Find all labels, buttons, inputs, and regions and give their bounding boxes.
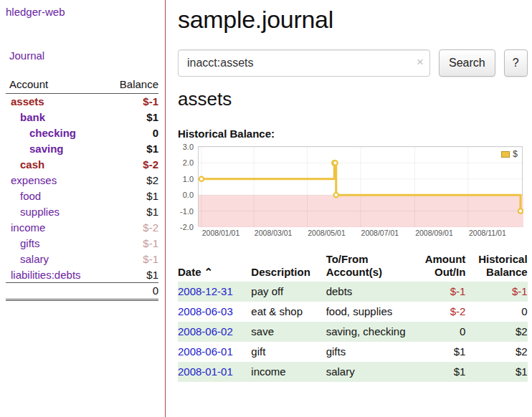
account-rows: assets$-1bank$1checking0saving$1cash$-2e…	[6, 94, 158, 283]
transaction-description-cell: save	[247, 322, 321, 342]
register-row[interactable]: 2008-01-01incomesalary$1$1	[178, 362, 528, 382]
account-column-header: Account	[6, 77, 103, 94]
register-table: Date⌃ Description To/From Account(s) Amo…	[178, 251, 528, 382]
transaction-amount-cell: 0	[415, 322, 470, 342]
transaction-amount-cell: $-1	[415, 282, 470, 302]
transaction-description-cell: pay off	[247, 282, 321, 302]
transaction-date-cell: 2008-06-02	[178, 322, 247, 342]
transaction-balance-cell: $2	[470, 342, 527, 362]
account-row: income$-2	[6, 220, 158, 236]
x-tick-label: 2008/01/01	[199, 229, 243, 237]
register-rows: 2008-12-31pay offdebts$-1$-12008-06-03ea…	[178, 282, 528, 382]
account-link[interactable]: food	[20, 190, 41, 202]
account-balance: $1	[103, 267, 158, 283]
account-balance: $-2	[103, 157, 158, 173]
data-point-marker	[518, 208, 523, 213]
sidebar: hledger-web Journal Account Balance asse…	[0, 0, 166, 417]
transaction-date-cell: 2008-06-03	[178, 302, 247, 322]
balance-column-header-register: Historical Balance	[470, 251, 527, 282]
account-link[interactable]: assets	[11, 95, 44, 107]
transaction-accounts-cell: gifts	[322, 342, 415, 362]
amount-column-header: Amount Out/In	[415, 251, 470, 282]
transaction-amount-cell: $1	[415, 362, 470, 382]
account-row: gifts$-1	[6, 236, 158, 251]
account-balance: $2	[103, 173, 158, 188]
search-form: × Search ?	[178, 49, 528, 77]
transaction-date-link[interactable]: 2008-06-02	[178, 325, 233, 337]
accounts-column-header: To/From Account(s)	[322, 251, 415, 282]
chart-plot-area[interactable]: $	[198, 146, 523, 226]
clear-search-icon[interactable]: ×	[417, 55, 424, 70]
account-heading: assets	[178, 88, 528, 110]
account-link[interactable]: saving	[29, 143, 64, 155]
register-header-row: Date⌃ Description To/From Account(s) Amo…	[178, 251, 528, 282]
account-row: assets$-1	[6, 94, 158, 110]
brand-link[interactable]: hledger-web	[6, 6, 65, 18]
account-link[interactable]: liabilities:debts	[11, 269, 81, 281]
register-row[interactable]: 2008-06-01giftgifts$1$2	[178, 342, 528, 362]
x-tick-label: 2008/05/01	[305, 229, 349, 237]
sort-ascending-icon: ⌃	[204, 266, 214, 278]
accounts-table-header-row: Account Balance	[6, 77, 158, 94]
account-link[interactable]: bank	[20, 111, 45, 123]
y-tick-label: -1.0	[180, 207, 194, 216]
transaction-accounts-cell: debts	[322, 282, 415, 302]
account-link[interactable]: gifts	[20, 237, 40, 249]
account-row: saving$1	[6, 141, 158, 157]
transaction-accounts-cell: salary	[322, 362, 415, 382]
date-column-header[interactable]: Date⌃	[178, 251, 247, 282]
account-link[interactable]: income	[11, 221, 45, 234]
transaction-date-link[interactable]: 2008-12-31	[178, 285, 233, 297]
help-button[interactable]: ?	[504, 49, 528, 77]
register-row[interactable]: 2008-06-03eat & shopfood, supplies$-20	[178, 302, 528, 322]
transaction-date-cell: 2008-12-31	[178, 282, 247, 302]
transaction-accounts-cell: saving, checking	[322, 322, 415, 342]
chart-x-axis-labels: 2008/01/012008/03/012008/05/012008/07/01…	[198, 226, 524, 239]
transaction-balance-cell: $-1	[470, 282, 527, 302]
search-button[interactable]: Search	[439, 49, 495, 77]
accounts-total-row: 0	[6, 283, 158, 300]
transaction-date-link[interactable]: 2008-06-01	[178, 345, 233, 358]
chart-title: Historical Balance:	[178, 128, 528, 140]
account-link[interactable]: salary	[20, 253, 49, 265]
legend-swatch-icon	[501, 151, 510, 158]
chart-svg	[199, 147, 523, 227]
description-column-header: Description	[247, 251, 321, 282]
account-balance: $1	[103, 110, 158, 125]
transaction-balance-cell: $1	[470, 362, 527, 382]
search-box: ×	[178, 49, 430, 77]
account-row: cash$-2	[6, 157, 158, 173]
y-tick-label: 2.0	[183, 158, 194, 168]
x-tick-label: 2008/07/01	[358, 229, 402, 237]
page: hledger-web Journal Account Balance asse…	[0, 0, 532, 417]
transaction-description-cell: gift	[247, 342, 321, 362]
transaction-balance-cell: 0	[470, 302, 527, 322]
x-tick-label: 2008/09/01	[412, 229, 456, 237]
transaction-date-link[interactable]: 2008-01-01	[178, 365, 233, 378]
account-balance: $-1	[103, 94, 158, 110]
transaction-date-link[interactable]: 2008-06-03	[178, 305, 233, 317]
main-content: sample.journal × Search ? assets Histori…	[166, 0, 532, 417]
account-row: supplies$1	[6, 204, 158, 220]
account-link[interactable]: cash	[20, 158, 44, 171]
y-tick-label: 1.0	[183, 175, 194, 184]
account-row: checking0	[6, 125, 158, 141]
x-tick-label: 2008/03/01	[251, 229, 295, 237]
accounts-total-balance: 0	[103, 283, 158, 300]
account-link[interactable]: supplies	[20, 206, 60, 218]
transaction-amount-cell: $-2	[415, 302, 470, 322]
data-point-marker	[333, 160, 337, 165]
y-tick-label: -2.0	[180, 223, 194, 232]
account-link[interactable]: expenses	[11, 174, 57, 186]
register-row[interactable]: 2008-12-31pay offdebts$-1$-1	[178, 282, 528, 302]
search-input[interactable]	[178, 49, 430, 77]
account-row: expenses$2	[6, 173, 158, 188]
account-link[interactable]: checking	[29, 127, 76, 139]
register-row[interactable]: 2008-06-02savesaving, checking0$2	[178, 322, 528, 342]
data-point-marker	[199, 177, 204, 181]
account-balance: $1	[103, 204, 158, 220]
sidebar-item-journal[interactable]: Journal	[9, 49, 44, 62]
chart-y-axis-labels: 3.02.01.00.0-1.0-2.0	[178, 147, 195, 227]
account-row: salary$-1	[6, 251, 158, 267]
legend-label: $	[513, 149, 518, 159]
